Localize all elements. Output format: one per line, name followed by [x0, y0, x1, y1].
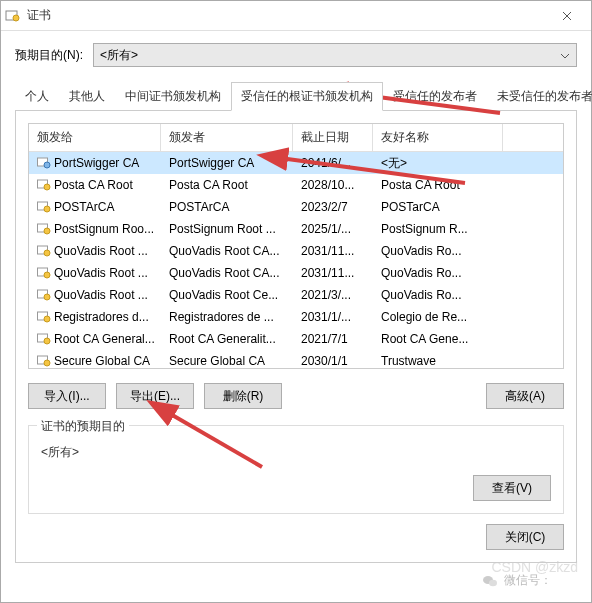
table-row[interactable]: QuoVadis Root ...QuoVadis Root CA...2031…: [29, 240, 563, 262]
dialog-content: 预期目的(N): <所有> 个人其他人中间证书颁发机构受信任的根证书颁发机构受信…: [1, 31, 591, 602]
cell-expiry: 2025/1/...: [293, 220, 373, 238]
cell-friendly: QuoVadis Ro...: [373, 264, 503, 282]
cell-friendly: Colegio de Re...: [373, 308, 503, 326]
purpose-value: <所有>: [100, 47, 138, 64]
table-row[interactable]: Posta CA RootPosta CA Root2028/10...Post…: [29, 174, 563, 196]
cell-issuer: PostSignum Root ...: [161, 220, 293, 238]
certificate-listview[interactable]: 颁发给颁发者截止日期友好名称 PortSwigger CAPortSwigger…: [28, 123, 564, 369]
svg-point-3: [44, 162, 50, 168]
svg-point-17: [44, 316, 50, 322]
table-row[interactable]: Secure Global CASecure Global CA2030/1/1…: [29, 350, 563, 369]
window-close-button[interactable]: [547, 2, 587, 30]
cell-friendly: PostSignum R...: [373, 220, 503, 238]
purpose-label: 预期目的(N):: [15, 47, 83, 64]
window-title: 证书: [27, 7, 547, 24]
tab-3[interactable]: 受信任的根证书颁发机构: [231, 82, 383, 111]
view-button[interactable]: 查看(V): [473, 475, 551, 501]
column-header-0[interactable]: 颁发给: [29, 124, 161, 151]
listview-header: 颁发给颁发者截止日期友好名称: [29, 124, 563, 152]
tab-strip: 个人其他人中间证书颁发机构受信任的根证书颁发机构受信任的发布者未受信任的发布者: [15, 81, 577, 111]
cell-issuer: QuoVadis Root CA...: [161, 264, 293, 282]
cell-friendly: QuoVadis Ro...: [373, 242, 503, 260]
purpose-text: <所有>: [41, 444, 551, 461]
certificate-icon: [5, 8, 21, 24]
action-button-row: 导入(I)... 导出(E)... 删除(R) 高级(A): [28, 383, 564, 409]
table-row[interactable]: Root CA General...Root CA Generalit...20…: [29, 328, 563, 350]
cell-expiry: 2023/2/7: [293, 198, 373, 216]
cell-issued-to: POSTArCA: [29, 198, 161, 216]
cell-issued-to: PostSignum Roo...: [29, 220, 161, 238]
svg-point-7: [44, 206, 50, 212]
cell-expiry: 2030/1/1: [293, 352, 373, 369]
cell-expiry: 2041/6/...: [293, 154, 373, 172]
cell-friendly: Root CA Gene...: [373, 330, 503, 348]
cell-friendly: Posta CA Root: [373, 176, 503, 194]
remove-button[interactable]: 删除(R): [204, 383, 282, 409]
cell-expiry: 2021/3/...: [293, 286, 373, 304]
certificate-dialog: 证书 预期目的(N): <所有> 个人其他人中间证书颁发机构受信任的根证书颁发机…: [0, 0, 592, 603]
column-header-1[interactable]: 颁发者: [161, 124, 293, 151]
tab-panel: 颁发给颁发者截止日期友好名称 PortSwigger CAPortSwigger…: [15, 111, 577, 563]
purpose-select[interactable]: <所有>: [93, 43, 577, 67]
cell-friendly: QuoVadis Ro...: [373, 286, 503, 304]
table-row[interactable]: POSTArCAPOSTArCA2023/2/7POSTarCA: [29, 196, 563, 218]
cell-issuer: QuoVadis Root Ce...: [161, 286, 293, 304]
advanced-button[interactable]: 高级(A): [486, 383, 564, 409]
purpose-row: 预期目的(N): <所有>: [15, 43, 577, 67]
cell-issuer: Registradores de ...: [161, 308, 293, 326]
close-button[interactable]: 关闭(C): [486, 524, 564, 550]
export-button[interactable]: 导出(E)...: [116, 383, 194, 409]
tab-2[interactable]: 中间证书颁发机构: [115, 82, 231, 111]
cell-issued-to: Registradores d...: [29, 308, 161, 326]
cell-expiry: 2031/11...: [293, 242, 373, 260]
table-row[interactable]: Registradores d...Registradores de ...20…: [29, 306, 563, 328]
svg-point-11: [44, 250, 50, 256]
svg-point-13: [44, 272, 50, 278]
svg-point-21: [44, 360, 50, 366]
cell-issued-to: QuoVadis Root ...: [29, 286, 161, 304]
cell-expiry: 2021/7/1: [293, 330, 373, 348]
cell-issued-to: Root CA General...: [29, 330, 161, 348]
tab-5[interactable]: 未受信任的发布者: [487, 82, 592, 111]
cell-expiry: 2031/11...: [293, 264, 373, 282]
cell-issued-to: QuoVadis Root ...: [29, 242, 161, 260]
cell-issuer: QuoVadis Root CA...: [161, 242, 293, 260]
cell-friendly: <无>: [373, 153, 503, 174]
tab-4[interactable]: 受信任的发布者: [383, 82, 487, 111]
svg-point-9: [44, 228, 50, 234]
table-row[interactable]: PortSwigger CAPortSwigger CA2041/6/...<无…: [29, 152, 563, 174]
cell-issuer: PortSwigger CA: [161, 154, 293, 172]
cell-friendly: POSTarCA: [373, 198, 503, 216]
cell-issued-to: Secure Global CA: [29, 352, 161, 369]
svg-point-5: [44, 184, 50, 190]
cell-expiry: 2028/10...: [293, 176, 373, 194]
table-row[interactable]: PostSignum Roo...PostSignum Root ...2025…: [29, 218, 563, 240]
close-row: 关闭(C): [28, 524, 564, 550]
listview-body[interactable]: PortSwigger CAPortSwigger CA2041/6/...<无…: [29, 152, 563, 369]
cell-issued-to: PortSwigger CA: [29, 154, 161, 172]
cell-issuer: POSTArCA: [161, 198, 293, 216]
cell-issuer: Secure Global CA: [161, 352, 293, 369]
tab-0[interactable]: 个人: [15, 82, 59, 111]
cell-issued-to: QuoVadis Root ...: [29, 264, 161, 282]
column-header-2[interactable]: 截止日期: [293, 124, 373, 151]
svg-point-19: [44, 338, 50, 344]
chevron-down-icon: [560, 48, 570, 62]
svg-point-1: [13, 15, 19, 21]
column-header-3[interactable]: 友好名称: [373, 124, 503, 151]
cell-friendly: Trustwave: [373, 352, 503, 369]
import-button[interactable]: 导入(I)...: [28, 383, 106, 409]
cell-issuer: Posta CA Root: [161, 176, 293, 194]
table-row[interactable]: QuoVadis Root ...QuoVadis Root CA...2031…: [29, 262, 563, 284]
purpose-fieldset: 证书的预期目的 <所有> 查看(V): [28, 425, 564, 514]
table-row[interactable]: QuoVadis Root ...QuoVadis Root Ce...2021…: [29, 284, 563, 306]
cell-issued-to: Posta CA Root: [29, 176, 161, 194]
titlebar: 证书: [1, 1, 591, 31]
svg-point-15: [44, 294, 50, 300]
fieldset-legend: 证书的预期目的: [37, 418, 129, 435]
cell-issuer: Root CA Generalit...: [161, 330, 293, 348]
close-icon: [562, 11, 572, 21]
tab-1[interactable]: 其他人: [59, 82, 115, 111]
cell-expiry: 2031/1/...: [293, 308, 373, 326]
